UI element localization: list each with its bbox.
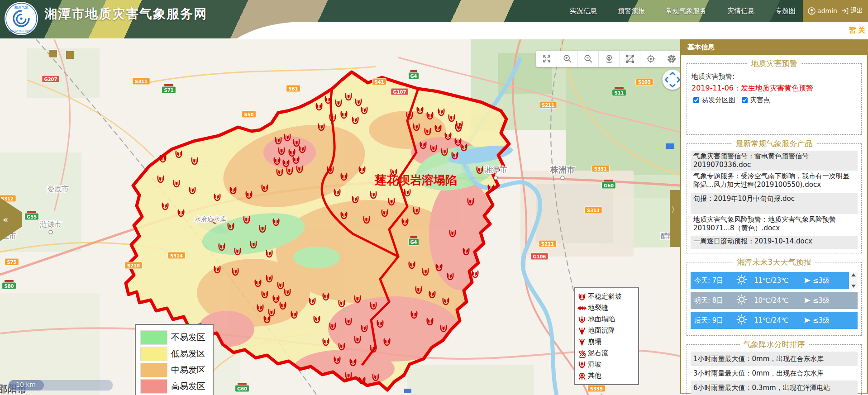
hazard-points-checkbox[interactable] <box>742 97 748 103</box>
zone-color-swatch <box>140 363 167 377</box>
forecast-temperature: 10℃/24℃ <box>754 296 804 305</box>
road-shield: G106 <box>531 253 548 260</box>
zone-legend-label: 高易发区 <box>171 381 205 392</box>
location-pin-icon[interactable] <box>599 51 620 67</box>
geo-warning-message: 2019-11-06：发生地质灾害黄色预警 <box>692 84 857 93</box>
forecast-day: 明天: 8日 <box>691 296 736 305</box>
symbol-legend-label: 地面沉降 <box>588 326 615 335</box>
crosshair-icon[interactable] <box>640 51 661 67</box>
map-area-label: 莲花坝岩溶塌陷 <box>374 173 457 187</box>
scroll-up-icon[interactable] <box>851 273 856 276</box>
panel-rain: 气象降水分时排序 1小时雨量最大值：0mm，出现在合东水库3小时雨量最大值：0m… <box>687 339 862 395</box>
svg-text:S311: S311 <box>135 79 148 84</box>
product-row[interactable]: 地质灾害气象风险预警：地质灾害气象风险预警2019071...8（黄色）.doc… <box>691 214 858 236</box>
road-shield: S314 <box>168 252 185 259</box>
product-row[interactable]: 一周逐日滚动预报：2019-10-14.docx <box>691 236 858 249</box>
gear-icon[interactable] <box>661 51 680 67</box>
svg-text:S80: S80 <box>4 284 14 289</box>
zone-legend: 不易发区低易发区中易发区高易发区 <box>135 324 214 395</box>
zone-legend-label: 不易发区 <box>171 332 205 343</box>
symbol-legend-row: 地面塌陷 <box>577 314 635 325</box>
checkbox-zone-layer[interactable]: 易发分区图 <box>692 96 735 105</box>
wind-direction-icon <box>804 317 811 324</box>
svg-text:S71: S71 <box>164 88 173 93</box>
road-shield: G207 <box>42 76 59 82</box>
other-icon <box>577 371 587 381</box>
scale-label: 10 km <box>16 381 36 388</box>
username[interactable]: admin <box>817 7 837 14</box>
symbol-legend-row: 地面沉降 <box>577 325 635 336</box>
pan-control[interactable] <box>662 69 680 90</box>
forecast-temperature: 11℃/23℃ <box>754 276 804 285</box>
blue-map-marker[interactable] <box>666 143 674 149</box>
map-city-label: 水府庙水库 <box>195 215 226 223</box>
svg-text:G4: G4 <box>410 240 417 245</box>
nav-item-2[interactable]: 预警预报 <box>618 7 645 15</box>
forecast-row: 后天: 9日11℃/24℃≤3级 <box>691 312 858 329</box>
collapse-right-tab[interactable]: 〉 <box>670 190 680 247</box>
svg-text:S314: S314 <box>170 253 183 258</box>
svg-text:G107: G107 <box>393 90 406 95</box>
svg-text:S211: S211 <box>542 103 554 108</box>
forecast-row: 明天: 8日10℃/24℃≤3级 <box>691 292 858 309</box>
scroll-down-icon[interactable] <box>851 285 856 288</box>
symbol-legend: 不稳定斜坡地裂缝地面塌陷地面沉降崩塌泥石流滑坡其他 <box>574 287 639 385</box>
symbol-legend-label: 泥石流 <box>588 349 608 357</box>
scale-bar: 10 km <box>8 380 113 391</box>
geo-warning-label: 地质灾害预警: <box>692 72 857 81</box>
symbol-legend-row: 其他 <box>577 370 635 381</box>
road-shield: S211 <box>539 101 557 108</box>
symbol-legend-row: 地裂缝 <box>577 302 635 314</box>
fullscreen-icon[interactable] <box>536 51 557 67</box>
map-layer-button-2[interactable] <box>66 51 74 59</box>
symbol-legend-label: 其他 <box>588 371 601 380</box>
product-row[interactable]: 气象专题服务：受冷空气南下影响，我市有一次明显降温...风力加大过程(20191… <box>691 171 858 193</box>
map-toolbar <box>536 51 680 67</box>
user-avatar-icon <box>808 7 816 15</box>
road-shield: G107 <box>391 88 408 95</box>
nav-item-3[interactable]: 常规气象服务 <box>666 7 706 15</box>
map-canvas[interactable]: G207S311S71S61S50S41G4G107S211S103S11S33… <box>0 39 680 395</box>
symbol-legend-label: 滑坡 <box>588 360 601 369</box>
forecast-day: 今天: 7日 <box>691 276 736 285</box>
svg-text:G207: G207 <box>44 77 57 82</box>
forecast-wind: ≤3级 <box>804 316 830 325</box>
svg-text:G60: G60 <box>237 386 247 391</box>
pan-left-icon <box>666 77 668 82</box>
road-shield: S313 <box>585 207 602 214</box>
checkbox-hazard-points[interactable]: 灾害点 <box>740 96 770 105</box>
symbol-legend-row: 滑坡 <box>577 359 635 370</box>
polygon-select-icon[interactable] <box>620 51 640 67</box>
sunny-icon <box>736 314 748 325</box>
svg-text:S41: S41 <box>374 80 384 85</box>
nav-item-4[interactable]: 灾情信息 <box>727 7 754 15</box>
ground-fissure-icon <box>577 304 587 313</box>
zoom-in-icon[interactable] <box>557 51 578 67</box>
panel-products: 最新常规气象服务产品 气象灾害预警信号：雷电黄色预警信号2019070336.d… <box>687 138 862 253</box>
nav-item-1[interactable]: 实况信息 <box>570 7 597 15</box>
zone-color-swatch <box>140 330 167 345</box>
product-row[interactable]: 旬报：2019年10月中旬旬报.doc <box>691 193 858 214</box>
map-layer-button-1[interactable] <box>49 49 57 58</box>
nav-item-5[interactable]: 专题图 <box>775 7 796 15</box>
user-box: admin 退出 <box>803 0 868 22</box>
svg-text:S339: S339 <box>590 386 603 391</box>
map-city-label: 湘潭市 <box>484 165 507 174</box>
road-shield: S75 <box>5 258 19 265</box>
symbol-legend-label: 地面塌陷 <box>588 315 615 324</box>
zone-layer-checkbox[interactable] <box>693 97 699 103</box>
svg-text:湘潭气象: 湘潭气象 <box>14 5 29 10</box>
symbol-legend-label: 崩塌 <box>588 338 601 346</box>
forecast-scrollbar[interactable] <box>849 272 858 289</box>
product-row[interactable]: 气象灾害预警信号：雷电黄色预警信号2019070336.doc <box>691 151 858 171</box>
zone-legend-row: 低易发区 <box>140 347 208 361</box>
forecast-weather-icon <box>736 314 754 327</box>
zone-legend-row: 高易发区 <box>140 379 208 394</box>
zoom-out-icon[interactable] <box>578 51 599 67</box>
svg-text:XIANGTAN METEOROLOGY: XIANGTAN METEOROLOGY <box>8 30 35 32</box>
panel-geo-warning: 地质灾害预警 地质灾害预警: 2019-11-06：发生地质灾害黄色预警 易发分… <box>687 58 862 135</box>
zone-legend-label: 中易发区 <box>171 364 205 376</box>
svg-text:S11: S11 <box>614 90 624 95</box>
svg-text:S211: S211 <box>541 242 554 247</box>
logout-button[interactable]: 退出 <box>850 7 863 15</box>
